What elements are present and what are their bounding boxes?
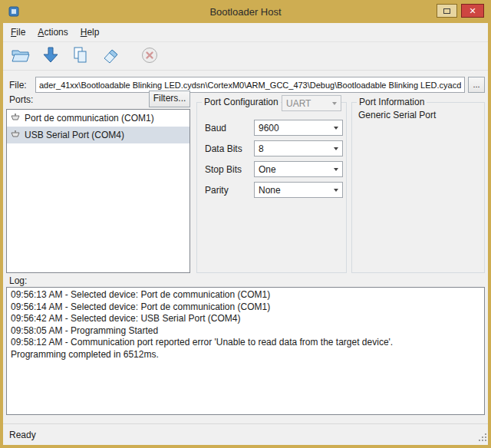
open-file-button[interactable] bbox=[9, 44, 32, 68]
chevron-down-icon bbox=[332, 102, 337, 105]
ports-listbox[interactable]: Port de communication (COM1) USB Serial … bbox=[6, 109, 190, 273]
parity-select[interactable]: None bbox=[254, 182, 343, 198]
log-line: Programming completed in 6512ms. bbox=[11, 349, 480, 361]
stop-bits-select[interactable]: One bbox=[254, 161, 343, 177]
program-arrow-down-icon bbox=[42, 46, 59, 67]
port-information-text: Generic Serial Port bbox=[358, 110, 436, 120]
port-item-label: Port de communication (COM1) bbox=[25, 113, 154, 124]
file-path-input[interactable] bbox=[35, 77, 465, 93]
menu-help[interactable]: Help bbox=[74, 25, 106, 40]
port-configuration-title: Port Configuration bbox=[202, 97, 281, 107]
titlebar[interactable]: Bootloader Host ✕ bbox=[0, 0, 491, 23]
port-configuration-group: Port Configuration UART Baud 9600 Data B… bbox=[196, 102, 347, 273]
status-bar: Ready bbox=[3, 423, 488, 445]
data-bits-select[interactable]: 8 bbox=[254, 140, 343, 156]
port-list-item-com4[interactable]: USB Serial Port (COM4) bbox=[7, 127, 189, 143]
file-label: File: bbox=[9, 80, 27, 91]
erase-button[interactable] bbox=[99, 44, 122, 68]
verify-pages-icon bbox=[71, 46, 90, 67]
ports-label: Ports: bbox=[9, 94, 33, 105]
port-information-title: Port Information bbox=[357, 97, 427, 107]
minimize-icon bbox=[443, 8, 450, 14]
chevron-down-icon bbox=[334, 168, 338, 171]
menubar: File Actions Help bbox=[3, 23, 488, 41]
protocol-value: UART bbox=[286, 98, 311, 109]
close-icon: ✕ bbox=[469, 6, 476, 16]
stop-bits-label: Stop Bits bbox=[205, 164, 242, 175]
chevron-down-icon bbox=[334, 189, 338, 192]
port-list-item-com1[interactable]: Port de communication (COM1) bbox=[7, 110, 189, 127]
port-item-label: USB Serial Port (COM4) bbox=[25, 130, 124, 140]
abort-button[interactable] bbox=[138, 44, 161, 68]
log-line: 09:56:42 AM - Selected device: USB Seria… bbox=[11, 313, 480, 325]
open-folder-icon bbox=[11, 47, 31, 66]
filters-button[interactable]: Filters... bbox=[149, 91, 190, 107]
serial-port-icon bbox=[10, 129, 21, 142]
chevron-down-icon bbox=[334, 127, 338, 130]
verify-button[interactable] bbox=[69, 44, 92, 68]
close-button[interactable]: ✕ bbox=[461, 4, 484, 18]
toolbar bbox=[3, 41, 488, 71]
log-line: 09:56:14 AM - Selected device: Port de c… bbox=[11, 301, 480, 314]
serial-port-icon bbox=[10, 112, 21, 125]
chevron-down-icon bbox=[334, 147, 338, 150]
client-area: File Actions Help bbox=[3, 23, 488, 445]
data-bits-label: Data Bits bbox=[205, 143, 242, 154]
baud-select[interactable]: 9600 bbox=[254, 120, 343, 136]
abort-icon bbox=[140, 46, 159, 67]
window: Bootloader Host ✕ File Actions Help bbox=[0, 0, 491, 448]
protocol-select[interactable]: UART bbox=[282, 95, 341, 111]
parity-label: Parity bbox=[205, 185, 229, 196]
log-line: 09:58:05 AM - Programming Started bbox=[11, 325, 480, 338]
port-information-group: Port Information Generic Serial Port bbox=[351, 102, 485, 273]
resize-grip-icon[interactable] bbox=[477, 432, 487, 444]
program-button[interactable] bbox=[39, 44, 62, 68]
minimize-button[interactable] bbox=[437, 4, 457, 18]
stop-bits-value: One bbox=[259, 164, 276, 175]
log-line: 09:56:13 AM - Selected device: Port de c… bbox=[11, 289, 480, 301]
app-icon bbox=[8, 5, 20, 18]
browse-button[interactable]: ... bbox=[468, 77, 485, 93]
log-label: Log: bbox=[9, 275, 27, 286]
baud-label: Baud bbox=[205, 123, 226, 133]
baud-value: 9600 bbox=[259, 123, 279, 133]
log-output[interactable]: 09:56:13 AM - Selected device: Port de c… bbox=[6, 287, 485, 415]
parity-value: None bbox=[259, 185, 281, 196]
window-title: Bootloader Host bbox=[0, 6, 491, 18]
menu-actions[interactable]: Actions bbox=[31, 25, 74, 40]
data-bits-value: 8 bbox=[259, 143, 264, 154]
status-text: Ready bbox=[9, 430, 36, 440]
menu-file[interactable]: File bbox=[5, 25, 31, 40]
eraser-icon bbox=[101, 46, 120, 67]
log-line: 09:58:12 AM - Communication port reporte… bbox=[11, 337, 480, 349]
